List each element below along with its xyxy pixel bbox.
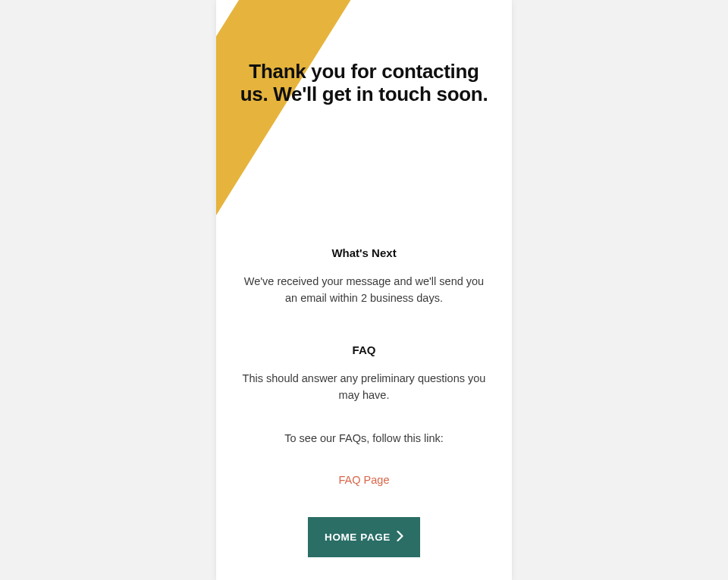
faq-section: FAQ This should answer any preliminary q… [237,343,491,487]
home-page-button[interactable]: HOME PAGE [308,517,420,557]
whats-next-section: What's Next We've received your message … [237,246,491,307]
card-content: Thank you for contacting us. We'll get i… [216,61,512,557]
thank-you-headline: Thank you for contacting us. We'll get i… [237,61,491,106]
faq-intro-text: This should answer any preliminary quest… [237,370,491,404]
whats-next-body: We've received your message and we'll se… [237,273,491,307]
chevron-right-icon [397,531,403,544]
faq-page-link[interactable]: FAQ Page [339,474,390,486]
home-page-button-label: HOME PAGE [325,531,391,543]
confirmation-card: Thank you for contacting us. We'll get i… [216,0,512,580]
faq-title: FAQ [237,343,491,356]
whats-next-title: What's Next [237,246,491,259]
faq-follow-text: To see our FAQs, follow this link: [237,430,491,447]
